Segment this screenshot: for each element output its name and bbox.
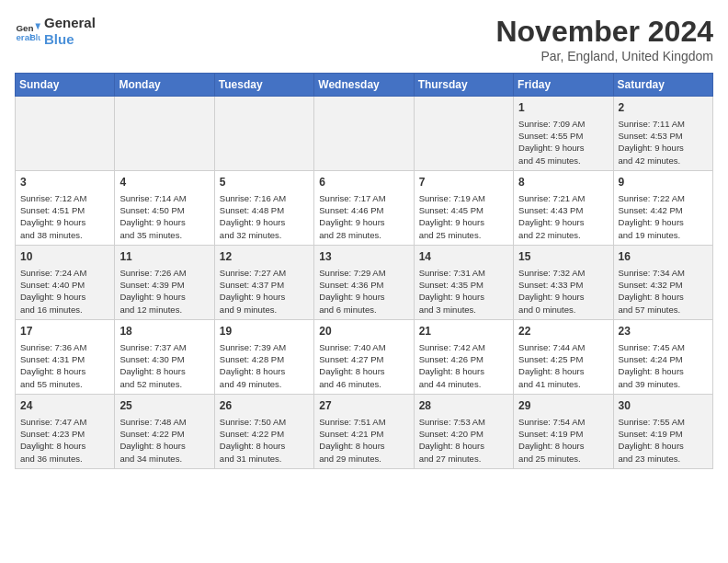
calendar-cell: 28Sunrise: 7:53 AM Sunset: 4:20 PM Dayli… [414, 394, 513, 468]
day-number: 8 [518, 175, 608, 190]
calendar-cell: 24Sunrise: 7:47 AM Sunset: 4:23 PM Dayli… [16, 394, 115, 468]
day-info: Sunrise: 7:16 AM Sunset: 4:48 PM Dayligh… [220, 192, 309, 241]
day-number: 14 [419, 249, 508, 265]
calendar-cell: 14Sunrise: 7:31 AM Sunset: 4:35 PM Dayli… [414, 245, 513, 319]
day-number: 1 [518, 100, 608, 116]
calendar-cell: 17Sunrise: 7:36 AM Sunset: 4:31 PM Dayli… [16, 319, 115, 394]
day-number: 10 [20, 249, 109, 265]
day-info: Sunrise: 7:37 AM Sunset: 4:30 PM Dayligh… [119, 341, 209, 390]
day-info: Sunrise: 7:48 AM Sunset: 4:22 PM Dayligh… [119, 416, 209, 465]
logo-icon: Gen eral Blue [15, 18, 40, 44]
day-info: Sunrise: 7:09 AM Sunset: 4:55 PM Dayligh… [518, 118, 608, 167]
day-number: 29 [518, 398, 608, 414]
weekday-header: Monday [115, 74, 214, 97]
day-number: 24 [20, 398, 109, 414]
weekday-header: Friday [514, 74, 613, 97]
day-info: Sunrise: 7:36 AM Sunset: 4:31 PM Dayligh… [20, 341, 109, 390]
day-number: 19 [220, 324, 309, 339]
day-info: Sunrise: 7:27 AM Sunset: 4:37 PM Dayligh… [220, 267, 309, 316]
day-number: 26 [220, 398, 309, 414]
day-number: 13 [319, 249, 408, 265]
calendar-cell: 29Sunrise: 7:54 AM Sunset: 4:19 PM Dayli… [514, 394, 613, 468]
weekday-header: Wednesday [314, 74, 414, 97]
location: Par, England, United Kingdom [495, 49, 713, 63]
day-number: 5 [220, 175, 309, 190]
day-info: Sunrise: 7:22 AM Sunset: 4:42 PM Dayligh… [619, 192, 708, 241]
day-info: Sunrise: 7:47 AM Sunset: 4:23 PM Dayligh… [20, 416, 109, 465]
calendar-cell [16, 97, 115, 171]
day-number: 30 [619, 398, 708, 414]
calendar-week-row: 24Sunrise: 7:47 AM Sunset: 4:23 PM Dayli… [16, 394, 713, 468]
day-info: Sunrise: 7:11 AM Sunset: 4:53 PM Dayligh… [619, 118, 708, 167]
day-number: 11 [119, 249, 209, 265]
day-number: 21 [419, 324, 508, 339]
day-number: 7 [419, 175, 508, 190]
day-info: Sunrise: 7:31 AM Sunset: 4:35 PM Dayligh… [419, 267, 508, 316]
calendar-cell [115, 97, 214, 171]
weekday-header-row: SundayMondayTuesdayWednesdayThursdayFrid… [16, 74, 713, 97]
calendar-week-row: 1Sunrise: 7:09 AM Sunset: 4:55 PM Daylig… [16, 97, 713, 171]
day-number: 25 [119, 398, 209, 414]
day-number: 22 [518, 324, 608, 339]
calendar-cell: 23Sunrise: 7:45 AM Sunset: 4:24 PM Dayli… [613, 319, 712, 394]
day-info: Sunrise: 7:45 AM Sunset: 4:24 PM Dayligh… [619, 341, 708, 390]
day-number: 15 [518, 249, 608, 265]
calendar-cell: 15Sunrise: 7:32 AM Sunset: 4:33 PM Dayli… [514, 245, 613, 319]
calendar-cell: 20Sunrise: 7:40 AM Sunset: 4:27 PM Dayli… [314, 319, 414, 394]
day-number: 6 [319, 175, 408, 190]
day-number: 17 [20, 324, 109, 339]
calendar-cell: 3Sunrise: 7:12 AM Sunset: 4:51 PM Daylig… [16, 170, 115, 245]
calendar-cell: 12Sunrise: 7:27 AM Sunset: 4:37 PM Dayli… [214, 245, 313, 319]
day-info: Sunrise: 7:32 AM Sunset: 4:33 PM Dayligh… [518, 267, 608, 316]
calendar-cell: 26Sunrise: 7:50 AM Sunset: 4:22 PM Dayli… [214, 394, 313, 468]
calendar-cell: 7Sunrise: 7:19 AM Sunset: 4:45 PM Daylig… [414, 170, 513, 245]
calendar-cell: 2Sunrise: 7:11 AM Sunset: 4:53 PM Daylig… [613, 97, 712, 171]
title-area: November 2024 Par, England, United Kingd… [495, 15, 713, 63]
logo-line1: General [44, 15, 96, 31]
calendar-cell: 22Sunrise: 7:44 AM Sunset: 4:25 PM Dayli… [514, 319, 613, 394]
day-info: Sunrise: 7:12 AM Sunset: 4:51 PM Dayligh… [20, 192, 109, 241]
day-number: 16 [619, 249, 708, 265]
day-number: 2 [619, 100, 708, 116]
calendar-table: SundayMondayTuesdayWednesdayThursdayFrid… [15, 73, 713, 469]
day-info: Sunrise: 7:50 AM Sunset: 4:22 PM Dayligh… [220, 416, 309, 465]
weekday-header: Sunday [16, 74, 115, 97]
day-number: 4 [119, 175, 209, 190]
weekday-header: Saturday [613, 74, 712, 97]
day-info: Sunrise: 7:54 AM Sunset: 4:19 PM Dayligh… [518, 416, 608, 465]
day-info: Sunrise: 7:42 AM Sunset: 4:26 PM Dayligh… [419, 341, 508, 390]
svg-text:Blue: Blue [30, 33, 40, 42]
calendar-cell: 30Sunrise: 7:55 AM Sunset: 4:19 PM Dayli… [613, 394, 712, 468]
calendar-week-row: 3Sunrise: 7:12 AM Sunset: 4:51 PM Daylig… [16, 170, 713, 245]
month-title: November 2024 [495, 15, 713, 49]
calendar-week-row: 10Sunrise: 7:24 AM Sunset: 4:40 PM Dayli… [16, 245, 713, 319]
svg-marker-2 [35, 24, 40, 30]
calendar-cell: 8Sunrise: 7:21 AM Sunset: 4:43 PM Daylig… [514, 170, 613, 245]
day-number: 27 [319, 398, 408, 414]
day-info: Sunrise: 7:44 AM Sunset: 4:25 PM Dayligh… [518, 341, 608, 390]
day-number: 28 [419, 398, 508, 414]
day-info: Sunrise: 7:24 AM Sunset: 4:40 PM Dayligh… [20, 267, 109, 316]
day-info: Sunrise: 7:21 AM Sunset: 4:43 PM Dayligh… [518, 192, 608, 241]
calendar-cell: 1Sunrise: 7:09 AM Sunset: 4:55 PM Daylig… [514, 97, 613, 171]
calendar-cell: 19Sunrise: 7:39 AM Sunset: 4:28 PM Dayli… [214, 319, 313, 394]
calendar-week-row: 17Sunrise: 7:36 AM Sunset: 4:31 PM Dayli… [16, 319, 713, 394]
calendar-cell: 25Sunrise: 7:48 AM Sunset: 4:22 PM Dayli… [115, 394, 214, 468]
weekday-header: Tuesday [214, 74, 313, 97]
calendar-cell: 21Sunrise: 7:42 AM Sunset: 4:26 PM Dayli… [414, 319, 513, 394]
day-number: 23 [619, 324, 708, 339]
calendar-cell [214, 97, 313, 171]
day-info: Sunrise: 7:29 AM Sunset: 4:36 PM Dayligh… [319, 267, 408, 316]
logo-line2: Blue [44, 31, 96, 48]
day-info: Sunrise: 7:55 AM Sunset: 4:19 PM Dayligh… [619, 416, 708, 465]
calendar-cell: 5Sunrise: 7:16 AM Sunset: 4:48 PM Daylig… [214, 170, 313, 245]
day-number: 9 [619, 175, 708, 190]
day-info: Sunrise: 7:34 AM Sunset: 4:32 PM Dayligh… [619, 267, 708, 316]
day-info: Sunrise: 7:26 AM Sunset: 4:39 PM Dayligh… [119, 267, 209, 316]
day-info: Sunrise: 7:19 AM Sunset: 4:45 PM Dayligh… [419, 192, 508, 241]
weekday-header: Thursday [414, 74, 513, 97]
calendar-cell [314, 97, 414, 171]
day-number: 12 [220, 249, 309, 265]
day-info: Sunrise: 7:39 AM Sunset: 4:28 PM Dayligh… [220, 341, 309, 390]
calendar-cell: 11Sunrise: 7:26 AM Sunset: 4:39 PM Dayli… [115, 245, 214, 319]
